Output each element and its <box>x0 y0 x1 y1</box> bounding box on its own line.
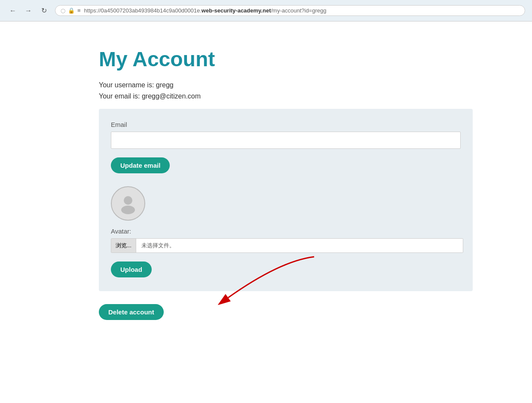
update-email-button[interactable]: Update email <box>111 157 170 173</box>
email-field-group: Email Update email <box>111 121 461 173</box>
form-card: Email Update email Avatar: 浏览... 未选择文件。 … <box>99 109 473 291</box>
reload-button[interactable]: ↻ <box>38 5 50 17</box>
lock-icon: 🔒 <box>68 7 75 14</box>
avatar-section: Avatar: 浏览... 未选择文件。 Upload <box>111 186 461 277</box>
svg-point-0 <box>124 196 132 205</box>
email-input[interactable] <box>111 132 461 149</box>
browser-chrome: ← → ↻ ◌ 🔒 ≡ https://0a45007203ab493984b1… <box>0 0 532 22</box>
tune-icon: ≡ <box>77 7 81 14</box>
file-input-row: 浏览... 未选择文件。 <box>111 238 463 253</box>
forward-button[interactable]: → <box>22 5 34 17</box>
security-icons: ◌ 🔒 ≡ <box>61 7 81 14</box>
email-field-label: Email <box>111 121 461 128</box>
delete-account-button[interactable]: Delete account <box>99 304 164 320</box>
url-display: https://0a45007203ab493984b14c9a00d0001e… <box>84 7 520 14</box>
file-browse-button[interactable]: 浏览... <box>111 239 136 252</box>
upload-button[interactable]: Upload <box>111 261 152 277</box>
username-info: Your username is: gregg <box>99 81 532 89</box>
url-bold-part: web-security-academy.net <box>202 7 271 14</box>
avatar-image <box>111 186 145 221</box>
avatar-person-icon <box>117 193 139 214</box>
back-button[interactable]: ← <box>7 5 19 17</box>
delete-account-area: Delete account <box>99 304 164 320</box>
page-content: My Account Your username is: gregg Your … <box>0 22 532 346</box>
file-name-display: 未选择文件。 <box>136 239 463 252</box>
svg-point-1 <box>121 206 135 214</box>
email-info: Your email is: gregg@citizen.com <box>99 92 532 100</box>
nav-buttons: ← → ↻ <box>7 5 50 17</box>
address-bar[interactable]: ◌ 🔒 ≡ https://0a45007203ab493984b14c9a00… <box>55 5 525 16</box>
avatar-label: Avatar: <box>111 228 131 235</box>
url-normal-part: https://0a45007203ab493984b14c9a00d0001e… <box>84 7 202 14</box>
page-title: My Account <box>99 47 532 71</box>
shield-icon: ◌ <box>61 7 65 14</box>
url-path-part: /my-account?id=gregg <box>271 7 326 14</box>
